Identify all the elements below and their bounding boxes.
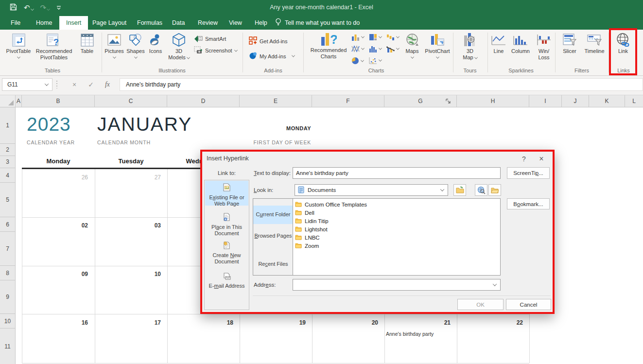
- insert-column-chart-button[interactable]: [351, 34, 364, 41]
- calendar-day-cell[interactable]: 27: [95, 174, 161, 181]
- row-header-2[interactable]: 2: [0, 144, 15, 156]
- row-header-7[interactable]: 7: [0, 232, 15, 266]
- formula-input[interactable]: Anne's birthday party: [120, 78, 643, 91]
- insert-hierarchy-chart-button[interactable]: [369, 34, 382, 41]
- folder-list[interactable]: Custom Office Templates Dell Lidin Titip…: [293, 198, 501, 276]
- column-header-c[interactable]: C: [95, 95, 167, 107]
- column-header-b[interactable]: B: [22, 95, 95, 107]
- calendar-day-cell[interactable]: 10: [95, 271, 161, 277]
- tab-help[interactable]: Help: [248, 16, 274, 30]
- insert-waterfall-chart-button[interactable]: [386, 34, 399, 41]
- insert-pie-chart-button[interactable]: [351, 57, 364, 65]
- insert-scatter-chart-button[interactable]: [369, 57, 382, 64]
- address-dropdown[interactable]: [490, 280, 500, 290]
- smartart-button[interactable]: SmartArt: [194, 35, 226, 43]
- row-header-10[interactable]: 10: [0, 314, 15, 329]
- confirm-entry-icon[interactable]: ✓: [84, 78, 98, 91]
- calendar-day-cell[interactable]: 26: [22, 174, 88, 181]
- insert-function-icon[interactable]: fx: [100, 78, 115, 91]
- tell-me-box[interactable]: Tell me what you want to do: [275, 16, 360, 30]
- pivotchart-dropdown[interactable]: [435, 55, 439, 59]
- column-header-a[interactable]: A: [16, 95, 22, 107]
- calendar-day-cell[interactable]: 21: [385, 319, 451, 326]
- folder-item[interactable]: Custom Office Templates: [295, 200, 500, 208]
- 3d-models-dropdown[interactable]: [187, 56, 190, 59]
- shapes-button[interactable]: Shapes: [125, 32, 146, 59]
- folder-item[interactable]: Zoom: [295, 242, 500, 250]
- dialog-close-button[interactable]: ×: [534, 154, 549, 164]
- recommended-pivottables-button[interactable]: ? Recommended PivotTables: [32, 32, 76, 61]
- calendar-day-cell[interactable]: 09: [22, 271, 88, 277]
- folder-item[interactable]: Lidin Titip: [295, 217, 500, 225]
- timeline-button[interactable]: Timeline: [581, 32, 608, 54]
- charts-dialog-launcher[interactable]: [446, 97, 451, 106]
- calendar-day-cell[interactable]: 20: [313, 319, 378, 326]
- tab-review[interactable]: Review: [191, 16, 225, 30]
- address-combobox[interactable]: [293, 279, 501, 291]
- 3d-map-button[interactable]: 3D Map: [457, 32, 483, 61]
- screenshot-button[interactable]: Screenshot: [194, 46, 237, 55]
- browse-web-button[interactable]: [475, 184, 487, 196]
- name-box[interactable]: G11: [2, 78, 52, 91]
- browse-up-folder-button[interactable]: [453, 184, 466, 196]
- my-addins-dropdown[interactable]: [292, 54, 295, 57]
- table-button[interactable]: Table: [76, 32, 98, 54]
- column-header-j[interactable]: J: [562, 95, 589, 107]
- pivotchart-button[interactable]: PivotChart: [423, 32, 452, 59]
- insert-statistic-chart-button[interactable]: [369, 45, 382, 52]
- 3d-map-dropdown[interactable]: [474, 56, 478, 59]
- tab-file[interactable]: File: [4, 16, 27, 30]
- my-addins-button[interactable]: My Add-ins: [249, 52, 295, 60]
- pictures-dropdown[interactable]: [112, 55, 116, 59]
- tab-data[interactable]: Data: [165, 16, 191, 30]
- folder-item[interactable]: Dell: [295, 208, 500, 217]
- sparkline-winloss-button[interactable]: Win/ Loss: [534, 32, 554, 61]
- row-header-4[interactable]: 4: [0, 168, 15, 183]
- row-header-9[interactable]: 9: [0, 280, 15, 314]
- look-in-combobox[interactable]: Documents: [295, 184, 448, 196]
- browsed-pages-button[interactable]: Browsed Pages: [253, 233, 293, 239]
- dialog-help-button[interactable]: ?: [517, 154, 531, 164]
- column-header-e[interactable]: E: [240, 95, 312, 107]
- sidebar-existing-file[interactable]: Existing File or Web Page: [205, 181, 248, 206]
- shapes-dropdown[interactable]: [134, 55, 137, 59]
- row-header-8[interactable]: 8: [0, 266, 15, 280]
- maps-dropdown[interactable]: [410, 55, 414, 59]
- sparkline-column-button[interactable]: Column: [508, 32, 533, 54]
- name-box-dropdown[interactable]: [45, 82, 49, 86]
- row-header-5[interactable]: 5: [0, 183, 15, 217]
- sidebar-place-in-document[interactable]: Place in This Document: [205, 210, 248, 237]
- tab-formulas[interactable]: Formulas: [130, 16, 169, 30]
- row-header-11[interactable]: 11: [0, 329, 15, 364]
- sparkline-line-button[interactable]: Line: [490, 32, 507, 54]
- column-header-f[interactable]: F: [312, 95, 384, 107]
- slicer-button[interactable]: Slicer: [558, 32, 581, 54]
- icons-button[interactable]: Icons: [146, 32, 165, 54]
- folder-item[interactable]: Lightshot: [295, 225, 500, 233]
- row-header-3[interactable]: 3: [0, 156, 15, 168]
- get-addins-button[interactable]: Get Add-ins: [249, 36, 287, 46]
- column-header-l[interactable]: L: [625, 95, 643, 107]
- column-header-d[interactable]: D: [167, 95, 240, 107]
- select-all-corner[interactable]: [0, 95, 16, 107]
- calendar-event-text[interactable]: Anne's birthday party: [386, 331, 434, 337]
- maps-button[interactable]: Maps: [402, 32, 422, 59]
- sidebar-create-new-document[interactable]: Create New Document: [205, 239, 248, 265]
- column-header-h[interactable]: H: [457, 95, 529, 107]
- recent-files-button[interactable]: Recent Files: [253, 261, 293, 267]
- pivottable-button[interactable]: PivotTable: [6, 32, 31, 59]
- tab-view[interactable]: View: [222, 16, 249, 30]
- screentip-button[interactable]: ScreenTip...: [507, 167, 550, 179]
- insert-combo-chart-button[interactable]: [386, 45, 399, 52]
- calendar-day-cell[interactable]: 02: [22, 222, 88, 229]
- row-header-1[interactable]: 1: [0, 107, 15, 144]
- calendar-day-cell[interactable]: 17: [95, 319, 161, 326]
- ok-button[interactable]: OK: [457, 299, 504, 310]
- tab-home[interactable]: Home: [29, 16, 59, 30]
- folder-item[interactable]: LNBC: [295, 233, 500, 242]
- sidebar-email-address[interactable]: E-mail Address: [205, 270, 248, 289]
- calendar-day-cell[interactable]: 19: [240, 319, 306, 326]
- tab-insert[interactable]: Insert: [59, 16, 88, 30]
- pivottable-dropdown[interactable]: [17, 55, 20, 59]
- look-in-dropdown[interactable]: [437, 185, 447, 195]
